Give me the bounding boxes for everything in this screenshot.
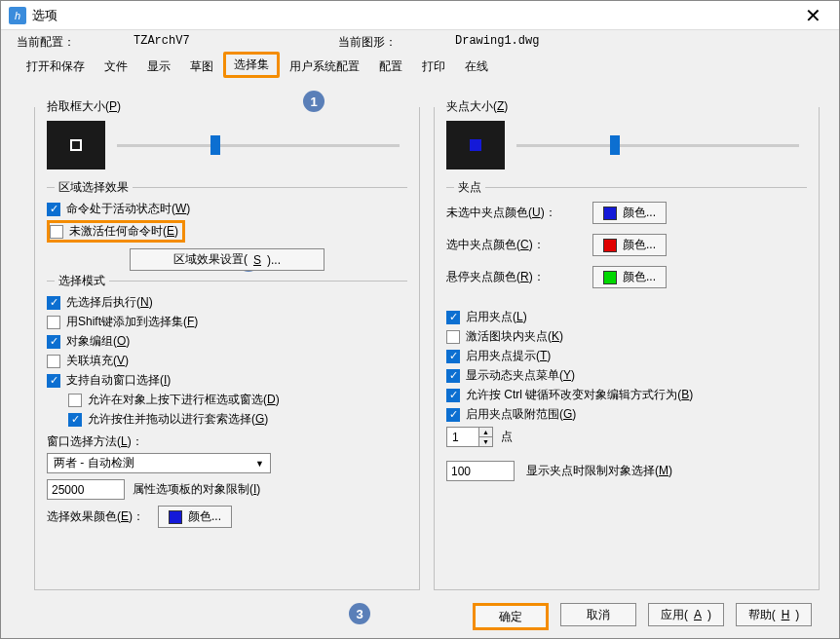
chk-no-cmd[interactable]: [50, 225, 63, 239]
lbl-active-cmd: 命令处于活动状态时(W): [66, 201, 190, 217]
help-button[interactable]: 帮助(H): [736, 603, 812, 626]
btn-hover-color[interactable]: 颜色...: [592, 266, 667, 288]
lbl-sel-color: 选择效果颜色(E)：: [47, 508, 144, 525]
lbl-hold-drag: 允许按住并拖动以进行套索选择(G): [88, 411, 268, 428]
lbl-grip-hint: 启用夹点提示(T): [466, 348, 551, 364]
header-info: 当前配置： TZArchV7 当前图形： Drawing1.dwg: [1, 30, 839, 55]
btn-area-settings[interactable]: 区域效果设置(S)...: [130, 248, 325, 271]
spin-down-icon[interactable]: ▼: [478, 437, 492, 446]
chk-pre-exec[interactable]: [47, 296, 60, 310]
config-value: TZArchV7: [134, 34, 338, 51]
pickbox-slider[interactable]: [117, 144, 400, 147]
lbl-enable-grip: 启用夹点(L): [466, 309, 527, 325]
lbl-prop-limit: 属性选项板的对象限制(I): [133, 481, 260, 498]
lbl-press-drag: 允许在对象上按下进行框选或窗选(D): [88, 392, 280, 408]
lbl-assoc-hatch: 关联填充(V): [66, 353, 129, 369]
ok-button[interactable]: 确定: [473, 603, 549, 630]
pickbox-title: 拾取框大小(P): [43, 98, 125, 115]
tab-selection[interactable]: 选择集: [223, 52, 280, 78]
input-grip-limit[interactable]: 100: [446, 461, 515, 481]
app-icon: h: [9, 7, 26, 24]
chk-assoc-hatch[interactable]: [47, 355, 60, 368]
tab-drafting[interactable]: 草图: [180, 56, 223, 78]
selgrip-swatch: [603, 239, 617, 252]
lbl-obj-group: 对象编组(O): [66, 333, 130, 350]
chk-obj-group[interactable]: [47, 335, 60, 349]
config-label: 当前配置：: [17, 34, 104, 51]
grip-title: 夹点: [454, 179, 485, 196]
spin-up-icon[interactable]: ▲: [478, 428, 492, 437]
right-panel: 夹点大小(Z) 夹点 未选中夹点颜色(U)： 颜色... 选中夹点颜色(C)： …: [434, 107, 820, 590]
drawing-value: Drawing1.dwg: [455, 34, 539, 51]
options-dialog: h 选项 ✕ 当前配置： TZArchV7 当前图形： Drawing1.dwg…: [0, 0, 840, 639]
chk-grip-hint[interactable]: [446, 350, 460, 363]
chk-block-grip[interactable]: [446, 330, 460, 344]
lbl-ctrl-cycle: 允许按 Ctrl 键循环改变对象编辑方式行为(B): [466, 387, 693, 403]
area-effect-title: 区域选择效果: [55, 179, 133, 196]
lbl-spin-pt: 点: [501, 429, 513, 445]
cancel-button[interactable]: 取消: [560, 603, 636, 626]
selection-mode-group: 选择模式 先选择后执行(N) 用Shift键添加到选择集(F) 对象编组(O) …: [47, 281, 407, 528]
spin-grip-val: 1: [452, 431, 459, 444]
chk-enable-grip[interactable]: [446, 311, 460, 324]
tab-bar: 打开和保存 文件 显示 草图 选择集 用户系统配置 配置 打印 在线: [1, 55, 839, 78]
area-effect-group: 区域选择效果 命令处于活动状态时(W) 未激活任何命令时(E) 区域效果设置(S…: [47, 187, 407, 271]
apply-button[interactable]: 应用(A): [648, 603, 724, 626]
left-panel: 拾取框大小(P) 区域选择效果 命令处于活动状态时(W) 未激活任何命令时(E): [34, 107, 420, 590]
gripsize-preview: [446, 121, 505, 169]
gripsize-title: 夹点大小(Z): [442, 98, 512, 115]
drawing-label: 当前图形：: [338, 34, 426, 51]
btn-unsel-label: 颜色...: [623, 205, 656, 221]
chk-hold-drag[interactable]: [68, 413, 82, 427]
sel-mode-title: 选择模式: [55, 273, 109, 289]
chevron-down-icon: ▼: [255, 459, 264, 469]
tab-print[interactable]: 打印: [412, 56, 455, 78]
lbl-shift-add: 用Shift键添加到选择集(F): [66, 314, 198, 330]
chk-ctrl-cycle[interactable]: [446, 389, 460, 402]
btn-hover-label: 颜色...: [623, 269, 656, 285]
chk-auto-window[interactable]: [47, 374, 60, 388]
footer-buttons: 确定 取消 应用(A) 帮助(H): [1, 603, 839, 630]
hover-swatch: [603, 271, 617, 284]
grip-group: 夹点 未选中夹点颜色(U)： 颜色... 选中夹点颜色(C)： 颜色... 悬停…: [446, 187, 807, 481]
lbl-sel-grip-color: 选中夹点颜色(C)：: [446, 237, 592, 253]
titlebar: h 选项 ✕: [1, 1, 839, 30]
grip-limit-val: 100: [451, 465, 471, 478]
tab-display[interactable]: 显示: [137, 56, 180, 78]
tab-files[interactable]: 文件: [95, 56, 137, 78]
lbl-grip-snap: 启用夹点吸附范围(G): [466, 406, 576, 423]
select-window-method[interactable]: 两者 - 自动检测▼: [47, 453, 271, 473]
spin-grip-pt[interactable]: 1 ▲▼: [446, 427, 493, 447]
chk-grip-snap[interactable]: [446, 408, 460, 422]
lbl-hover-color: 悬停夹点颜色(R)：: [446, 269, 592, 285]
input-prop-limit[interactable]: 25000: [47, 479, 125, 500]
btn-selgrip-color[interactable]: 颜色...: [592, 234, 667, 256]
window-title: 选项: [32, 7, 57, 24]
btn-sel-color-label: 颜色...: [188, 508, 221, 525]
unsel-swatch: [603, 207, 617, 220]
gripsize-slider[interactable]: [516, 144, 799, 147]
tab-online[interactable]: 在线: [455, 56, 498, 78]
chk-grip-menu[interactable]: [446, 369, 460, 383]
window-method-value: 两者 - 自动检测: [54, 455, 134, 471]
lbl-no-cmd: 未激活任何命令时(E): [69, 223, 178, 240]
chk-press-drag[interactable]: [68, 394, 82, 407]
lbl-block-grip: 激活图块内夹点(K): [466, 328, 563, 345]
tab-user-prefs[interactable]: 用户系统配置: [280, 56, 369, 78]
btn-selgrip-label: 颜色...: [623, 237, 656, 253]
tab-open-save[interactable]: 打开和保存: [17, 56, 95, 78]
prop-limit-value: 25000: [52, 483, 84, 497]
sel-color-swatch: [169, 510, 182, 524]
chk-shift-add[interactable]: [47, 316, 60, 329]
tab-profiles[interactable]: 配置: [369, 56, 412, 78]
lbl-grip-limit: 显示夹点时限制对象选择(M): [526, 463, 672, 479]
btn-sel-color[interactable]: 颜色...: [158, 506, 232, 528]
chk-active-cmd[interactable]: [47, 203, 60, 216]
btn-unsel-color[interactable]: 颜色...: [592, 202, 667, 224]
lbl-window-method: 窗口选择方法(L)：: [47, 433, 143, 450]
lbl-grip-menu: 显示动态夹点菜单(Y): [466, 367, 575, 384]
lbl-unsel-color: 未选中夹点颜色(U)：: [446, 205, 592, 221]
lbl-pre-exec: 先选择后执行(N): [66, 294, 153, 311]
pickbox-preview: [47, 121, 105, 169]
close-button[interactable]: ✕: [795, 4, 831, 27]
